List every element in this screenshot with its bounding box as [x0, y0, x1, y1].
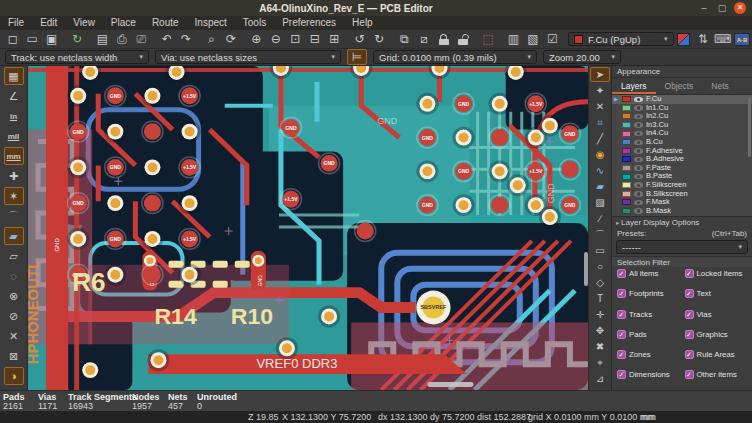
flip-view-icon[interactable]: ⇅: [693, 31, 712, 48]
layer-row-f.paste[interactable]: F.Paste: [612, 164, 752, 173]
layer-visibility-eye-icon[interactable]: [634, 97, 643, 103]
menu-edit[interactable]: Edit: [32, 16, 65, 30]
tab-objects[interactable]: Objects: [656, 78, 703, 94]
graphics-sketch-toggle-icon[interactable]: ⊠: [4, 347, 24, 365]
grid-toggle-icon[interactable]: ▦: [4, 67, 24, 85]
layer-color-swatch[interactable]: [622, 156, 631, 162]
checkbox-checked-icon[interactable]: ✓: [685, 310, 694, 319]
zone-outline-mode-icon[interactable]: ▱: [4, 247, 24, 265]
delete-tool-icon[interactable]: ✖: [590, 339, 610, 354]
menu-inspect[interactable]: Inspect: [187, 16, 235, 30]
filter-dimensions[interactable]: ✓Dimensions: [617, 370, 685, 380]
layer-visibility-eye-icon[interactable]: [634, 122, 643, 128]
checkbox-checked-icon[interactable]: ✓: [617, 330, 626, 339]
redo-icon[interactable]: ↷: [176, 31, 195, 48]
maximize-icon[interactable]: ▢: [716, 3, 728, 14]
new-board-icon[interactable]: ◻: [3, 31, 22, 48]
find-icon[interactable]: ⌕: [202, 31, 221, 48]
layer-color-swatch[interactable]: [622, 199, 631, 205]
net-inspector-icon[interactable]: A·B: [734, 33, 750, 46]
zoom-fit-icon[interactable]: ⊡: [286, 31, 305, 48]
layer-pair-icon[interactable]: [677, 33, 691, 46]
text-tool-icon[interactable]: T: [590, 291, 610, 306]
zoom-out-icon[interactable]: ⊖: [266, 31, 285, 48]
vias-sketch-toggle-icon[interactable]: ⊘: [4, 307, 24, 325]
units-inches-icon[interactable]: in: [4, 107, 24, 125]
presets-dropdown[interactable]: ------ ▾: [616, 240, 748, 254]
polar-coords-toggle-icon[interactable]: ∠: [4, 87, 24, 105]
checkbox-checked-icon[interactable]: ✓: [617, 289, 626, 298]
checkbox-checked-icon[interactable]: ✓: [617, 310, 626, 319]
menu-help[interactable]: Help: [344, 16, 381, 30]
checkbox-checked-icon[interactable]: ✓: [617, 350, 626, 359]
layer-row-in1.cu[interactable]: In1.Cu: [612, 104, 752, 113]
layer-row-in2.cu[interactable]: In2.Cu: [612, 112, 752, 121]
lock-icon[interactable]: [434, 31, 453, 48]
checkbox-checked-icon[interactable]: ✓: [685, 350, 694, 359]
circle-tool-icon[interactable]: ○: [590, 259, 610, 274]
checkbox-checked-icon[interactable]: ✓: [617, 269, 626, 278]
layer-row-b.adhesive[interactable]: B.Adhesive: [612, 155, 752, 164]
rule-area-tool-icon[interactable]: ▨: [590, 195, 610, 210]
filter-other-items[interactable]: ✓Other items: [685, 370, 752, 380]
via-size-dropdown[interactable]: Via: use netclass sizes ▾: [155, 50, 341, 64]
filter-zones[interactable]: ✓Zones: [617, 350, 685, 360]
rectangle-tool-icon[interactable]: ▭: [590, 243, 610, 258]
menu-file[interactable]: File: [0, 16, 32, 30]
filter-locked-items[interactable]: ✓Locked items: [685, 269, 752, 279]
layer-row-in4.cu[interactable]: In4.Cu: [612, 129, 752, 138]
layer-color-swatch[interactable]: [622, 105, 631, 111]
rotate-cw-icon[interactable]: ↻: [369, 31, 388, 48]
layer-row-in3.cu[interactable]: In3.Cu: [612, 121, 752, 130]
highlight-net-tool-icon[interactable]: ✦: [590, 83, 610, 98]
filter-graphics[interactable]: ✓Graphics: [685, 329, 752, 339]
add-via-tool-icon[interactable]: ◉: [590, 147, 610, 162]
layer-row-f.cu[interactable]: ▶F.Cu: [612, 95, 752, 104]
units-mils-icon[interactable]: mil: [4, 127, 24, 145]
layer-visibility-eye-icon[interactable]: [634, 174, 643, 180]
refresh-plugins-icon[interactable]: ↻: [67, 31, 86, 48]
auto-track-width-toggle-icon[interactable]: ⊨: [347, 49, 367, 65]
layer-visibility-eye-icon[interactable]: [634, 148, 643, 154]
layer-visibility-eye-icon[interactable]: [634, 208, 643, 214]
filter-rule-areas[interactable]: ✓Rule Areas: [685, 350, 752, 360]
route-tracks-tool-icon[interactable]: ╱: [590, 131, 610, 146]
track-width-dropdown[interactable]: Track: use netclass width ▾: [5, 50, 149, 64]
save-board-icon[interactable]: ▣: [42, 31, 61, 48]
zoom-in-icon[interactable]: ⊕: [247, 31, 266, 48]
zoom-selection-icon[interactable]: ⊟: [305, 31, 324, 48]
origin-tool-icon[interactable]: ⌖: [590, 355, 610, 370]
refresh-view-icon[interactable]: ⟳: [221, 31, 240, 48]
layer-visibility-eye-icon[interactable]: [634, 157, 643, 163]
filter-tracks[interactable]: ✓Tracks: [617, 309, 685, 319]
layer-color-swatch[interactable]: [622, 208, 631, 214]
menu-place[interactable]: Place: [103, 16, 144, 30]
layer-row-b.silkscreen[interactable]: B.Silkscreen: [612, 190, 752, 199]
open-board-icon[interactable]: ▭: [22, 31, 41, 48]
arc-tool-icon[interactable]: ⌒: [590, 227, 610, 242]
undo-icon[interactable]: ↶: [157, 31, 176, 48]
active-layer-dropdown[interactable]: F.Cu (PgUp)▾: [568, 32, 674, 46]
zoom-objects-icon[interactable]: ⊞: [324, 31, 343, 48]
zoom-dropdown[interactable]: Zoom 20.00 ▾: [543, 50, 621, 64]
grid-dropdown[interactable]: Grid: 0.0100 mm (0.39 mils) ▾: [373, 50, 537, 64]
checkbox-checked-icon[interactable]: ✓: [685, 370, 694, 379]
footprint-browser-icon[interactable]: ▥: [504, 31, 523, 48]
scripting-console-icon[interactable]: ⌨: [713, 31, 732, 48]
drc-icon[interactable]: ☑: [543, 31, 562, 48]
filter-text[interactable]: ✓Text: [685, 289, 752, 299]
layer-color-swatch[interactable]: [622, 191, 631, 197]
layer-display-options[interactable]: ▸ Layer Display Options: [612, 216, 752, 228]
crosshair-cursor-toggle-icon[interactable]: ✚: [4, 167, 24, 185]
ratsnest-toggle-icon[interactable]: ✶: [4, 187, 24, 205]
unlock-icon[interactable]: [453, 31, 472, 48]
checkbox-checked-icon[interactable]: ✓: [685, 289, 694, 298]
pcb-canvas[interactable]: GND HPHONEOUTL VREF0 DDR3: [28, 66, 588, 390]
layer-color-swatch[interactable]: [622, 96, 631, 102]
threed-viewer-icon[interactable]: ▧: [523, 31, 542, 48]
close-icon[interactable]: ✕: [734, 2, 746, 14]
menu-view[interactable]: View: [65, 16, 103, 30]
page-settings-icon[interactable]: ▤: [93, 31, 112, 48]
zone-filled-mode-icon[interactable]: ▰: [4, 227, 24, 245]
layer-color-swatch[interactable]: [622, 113, 631, 119]
